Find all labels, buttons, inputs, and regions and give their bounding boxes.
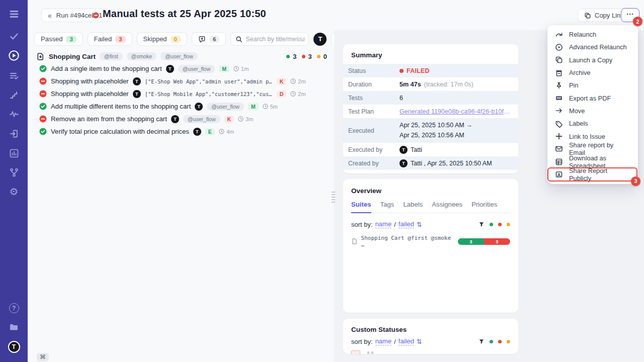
sidebar-item-analytics[interactable]	[0, 148, 28, 158]
status-value: FAILED	[407, 67, 430, 74]
custom-status-badge: D	[277, 90, 287, 98]
menu-item-labels[interactable]: Labels	[547, 117, 638, 130]
sort-by-failed-link[interactable]: failed	[398, 337, 414, 345]
filter-failed-button[interactable]: Failed 3	[88, 32, 132, 46]
tab-labels[interactable]: Labels	[403, 201, 423, 213]
duration-value: 5m 47s	[399, 81, 421, 88]
menu-item-share-report-publicly-wrap: Share Report Publicly 3	[547, 168, 638, 180]
suite-passed-count: 3	[293, 53, 296, 60]
tab-tags[interactable]: Tags	[380, 201, 394, 213]
suite-tag[interactable]: @user_flow	[160, 52, 198, 60]
search-input[interactable]	[246, 36, 305, 43]
test-title: Shopping with placeholder	[51, 90, 129, 98]
test-row[interactable]: Shopping with placeholder T ["E-Shop Mob…	[28, 87, 334, 100]
tab-priorities[interactable]: Priorities	[471, 201, 497, 213]
test-tag[interactable]: @user_flow	[207, 103, 244, 111]
tour-step-badge-3: 3	[631, 176, 640, 186]
menu-item-share-report-publicly[interactable]: Share Report Publicly	[547, 168, 638, 180]
plus-icon	[555, 132, 563, 140]
test-tag[interactable]: @user_flow	[178, 65, 215, 73]
summary-title: Summary	[343, 51, 518, 64]
menu-item-share-report-by-email[interactable]: Share report by Email	[547, 143, 638, 155]
chevron-double-left-icon: «	[48, 12, 52, 20]
sidebar-item-branches[interactable]	[0, 167, 28, 177]
sort-by-failed-link[interactable]: failed	[398, 220, 414, 228]
assignee-avatar: T	[171, 115, 179, 123]
tab-assignees[interactable]: Assignees	[432, 201, 462, 213]
test-row[interactable]: Shopping with placeholder T ["E-Shop Web…	[28, 75, 334, 87]
menu-item-pin[interactable]: Pin	[547, 79, 638, 92]
failed-dot	[399, 69, 404, 73]
test-title: Verify total price calculation with deci…	[51, 128, 189, 135]
test-title: Add multiple different items to the shop…	[51, 103, 191, 110]
filter-comments-button[interactable]: 6	[192, 32, 226, 46]
test-list: Shopping Cart @first @smoke @user_flow 3…	[28, 50, 334, 138]
summary-card: Summary Status FAILED Duration 5m 47s(tr…	[343, 44, 518, 173]
sidebar-item-import[interactable]	[0, 129, 28, 139]
clipped-status-row	[351, 350, 510, 354]
sort-direction-icon[interactable]: ⇅	[417, 338, 422, 345]
sort-by-name-link[interactable]: name	[375, 337, 392, 345]
menu-item-advanced-relaunch[interactable]: Advanced Relaunch	[547, 41, 638, 53]
assignee-filter-avatar[interactable]: T	[313, 33, 327, 46]
sidebar-item-help[interactable]: ?	[0, 303, 28, 313]
suite-failed-count: 3	[308, 53, 312, 60]
passed-status-icon	[39, 128, 47, 135]
menu-item-label: Advanced Relaunch	[569, 43, 627, 51]
filter-funnel-icon[interactable]	[478, 338, 485, 344]
suite-tag[interactable]: @first	[100, 52, 123, 60]
sidebar-item-plans[interactable]	[0, 71, 28, 81]
test-row[interactable]: Remove an item from the shopping cart T …	[28, 113, 334, 125]
sidebar-user-avatar[interactable]: T	[0, 341, 28, 353]
sidebar-item-tests[interactable]	[0, 31, 28, 41]
overview-title: Overview	[351, 187, 510, 195]
sidebar-item-runs[interactable]	[0, 50, 28, 61]
run-failed-status-icon	[93, 12, 99, 19]
menu-item-label: Pin	[569, 81, 579, 89]
test-row[interactable]: Add multiple different items to the shop…	[28, 100, 334, 113]
test-title: Add a single item to the shopping cart	[51, 65, 162, 72]
menu-item-label: Archive	[569, 69, 591, 76]
tab-suites[interactable]: Suites	[351, 201, 371, 213]
menu-item-relaunch[interactable]: Relaunch	[547, 28, 638, 41]
hamburger-menu-icon[interactable]	[0, 9, 28, 19]
suite-tag[interactable]: @smoke	[127, 52, 157, 60]
filter-passed-button[interactable]: Passed 3	[34, 32, 83, 46]
sidebar-item-projects[interactable]	[0, 322, 28, 332]
suite-name: Shopping Cart	[49, 53, 96, 60]
assignee-avatar: T	[166, 65, 174, 73]
more-actions-button[interactable]: ⋯ 2	[621, 8, 639, 22]
share-email-icon	[555, 145, 563, 153]
clipped-mark	[371, 351, 373, 354]
sidebar-item-pulse[interactable]	[0, 109, 28, 119]
skipped-filter-dot	[507, 223, 510, 226]
test-tag[interactable]: @user_flow	[183, 115, 220, 123]
failed-filter-dot	[498, 340, 502, 343]
filter-funnel-icon[interactable]	[478, 221, 485, 227]
menu-item-move[interactable]: Move	[547, 105, 638, 117]
menu-item-archive[interactable]: Archive	[547, 66, 638, 79]
test-row[interactable]: Add a single item to the shopping cart T…	[28, 62, 334, 75]
panel-resize-handle[interactable]	[332, 192, 335, 204]
sort-direction-icon[interactable]: ⇅	[417, 221, 422, 228]
menu-item-download-as-spreadsheet[interactable]: Download as Spreadsheet	[547, 155, 638, 168]
test-row[interactable]: Verify total price calculation with deci…	[28, 125, 334, 138]
filter-skipped-button[interactable]: Skipped 0	[137, 32, 187, 46]
overview-suite-row[interactable]: Shopping Cart @first @smoke … 3 3	[351, 235, 510, 248]
sidebar-item-milestones[interactable]	[0, 90, 28, 100]
menu-item-launch-a-copy[interactable]: Launch a Copy	[547, 54, 638, 66]
summary-row-created-by: Created by TTatti , Apr 25, 2025 10:50 A…	[343, 156, 518, 170]
test-plan-link[interactable]: Generated 1190e08b-ca96-4f26-b10f-d6dc…	[399, 108, 511, 115]
suite-row[interactable]: Shopping Cart @first @smoke @user_flow 3…	[28, 50, 334, 62]
sidebar-item-settings[interactable]: ⚙	[0, 187, 28, 197]
copy-icon	[584, 12, 591, 19]
keyboard-shortcuts-button[interactable]: ⌘	[37, 353, 49, 361]
passed-filter-dot	[490, 340, 493, 343]
summary-row-tests: Tests 6	[343, 91, 518, 105]
sort-by-name-link[interactable]: name	[375, 220, 392, 228]
comment-plus-icon	[198, 35, 206, 43]
passed-count-badge: 3	[66, 36, 76, 43]
menu-item-export-as-pdf[interactable]: PDF Export as PDF	[547, 92, 638, 104]
passed-label: Passed	[41, 35, 62, 43]
menu-item-link-to-issue[interactable]: Link to Issue	[547, 130, 638, 142]
